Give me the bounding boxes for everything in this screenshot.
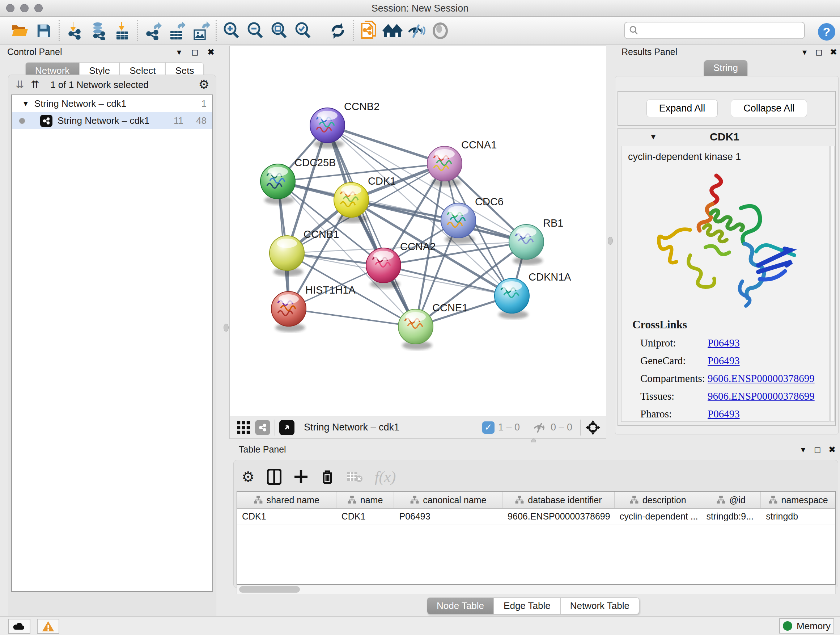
zoom-out-icon <box>246 21 265 40</box>
network-edge[interactable] <box>327 125 416 326</box>
network-collection-row[interactable]: ▼ String Network – cdk1 1 <box>12 95 212 112</box>
export-image-button[interactable] <box>189 20 213 42</box>
zoom-in-button[interactable] <box>219 20 243 42</box>
crosslink-link[interactable]: 9606.ENSP00000378699 <box>707 372 815 385</box>
column-header[interactable]: namespace <box>761 492 835 508</box>
selected-counts: 1 – 0 <box>498 422 520 433</box>
network-node-ccnb1[interactable]: CCNB1 <box>270 228 339 276</box>
import-network-database-button[interactable] <box>87 20 111 42</box>
memory-button[interactable]: Memory <box>779 618 834 633</box>
crosslink-link[interactable]: P06493 <box>707 337 740 349</box>
import-network-file-button[interactable] <box>63 20 87 42</box>
reset-zoom-crosshair-button[interactable] <box>585 420 601 435</box>
node-label: CDKN1A <box>529 271 571 283</box>
network-node-hist1h1a[interactable]: HIST1H1A <box>271 284 355 332</box>
automation-cloud-button[interactable] <box>8 619 30 634</box>
left-splitter-handle[interactable] <box>224 324 229 332</box>
zoom-selected-button[interactable] <box>291 20 315 42</box>
crosslink-link[interactable]: P06493 <box>707 355 740 367</box>
column-header[interactable]: @id <box>701 492 761 508</box>
delete-column-button[interactable] <box>321 469 334 485</box>
open-session-button[interactable] <box>8 20 32 42</box>
expand-all-button[interactable]: Expand All <box>646 100 718 117</box>
scrollbar-thumb[interactable] <box>239 586 300 593</box>
column-header[interactable]: canonical name <box>394 492 502 508</box>
hidden-items-icon[interactable] <box>532 421 547 434</box>
search-field[interactable] <box>624 22 805 39</box>
birds-eye-view-button[interactable] <box>279 420 294 435</box>
network-node-ccne1[interactable]: CCNE1 <box>398 302 468 350</box>
column-header[interactable]: name <box>336 492 394 508</box>
tab-node-table[interactable]: Node Table <box>427 597 494 614</box>
search-input[interactable] <box>639 25 795 36</box>
network-edge[interactable] <box>327 125 445 164</box>
network-view[interactable]: CCNB2CCNA1CDC25BCDK1CDC6RB1CCNB1CCNA2CDK… <box>229 46 606 439</box>
zoom-out-button[interactable] <box>243 20 267 42</box>
crosslinks-title: CrossLinks <box>632 318 829 331</box>
network-node-cdc6[interactable]: CDC6 <box>441 196 504 244</box>
network-canvas[interactable]: CCNB2CCNA1CDC25BCDK1CDC6RB1CCNB1CCNA2CDK… <box>230 46 606 416</box>
import-table-icon <box>113 21 132 40</box>
control-panel-float-button[interactable]: ◻ <box>191 47 199 57</box>
crosslink-link[interactable]: 9606.ENSP00000378699 <box>707 390 815 402</box>
tab-edge-table[interactable]: Edge Table <box>494 597 561 614</box>
toolbar-separator <box>58 20 60 41</box>
footer-separator <box>528 420 528 435</box>
results-panel-close-button[interactable]: ✖ <box>830 47 837 57</box>
node-label: RB1 <box>543 217 563 229</box>
entry-collapse-caret[interactable]: ▼ <box>649 132 657 141</box>
warnings-button[interactable] <box>37 619 59 634</box>
control-panel-menu-button[interactable]: ▾ <box>177 47 181 57</box>
network-row[interactable]: String Network – cdk1 11 48 <box>12 112 212 129</box>
tab-network-table[interactable]: Network Table <box>561 597 639 614</box>
node-label: CCNB1 <box>303 228 339 240</box>
cloud-icon <box>12 621 26 632</box>
show-columns-button[interactable] <box>267 469 281 485</box>
window-title: Session: New Session <box>0 3 840 14</box>
network-share-button[interactable] <box>255 420 270 435</box>
help-button[interactable]: ? <box>815 21 838 43</box>
crosslink-row: Pharos: P06493 <box>632 408 829 420</box>
export-network-button[interactable] <box>141 20 165 42</box>
home-networks-button[interactable] <box>381 20 404 42</box>
tree-expand-caret[interactable]: ▼ <box>22 100 29 108</box>
tab-string[interactable]: String <box>704 60 747 76</box>
string-document-icon <box>359 21 378 41</box>
table-horizontal-scrollbar[interactable] <box>237 585 836 594</box>
add-column-button[interactable] <box>294 470 308 484</box>
network-node-rb1[interactable]: RB1 <box>509 217 563 265</box>
grid-view-button[interactable] <box>236 420 251 435</box>
export-table-button[interactable] <box>165 20 189 42</box>
zoom-fit-button[interactable] <box>267 20 291 42</box>
column-header[interactable]: database identifier <box>502 492 615 508</box>
crosslink-link[interactable]: P06493 <box>707 408 740 420</box>
network-options-gear-button[interactable]: ⚙ <box>199 77 210 92</box>
table-row[interactable]: CDK1 CDK1 P06493 9606.ENSP00000378699 cy… <box>237 509 835 525</box>
table-panel-menu-button[interactable]: ▾ <box>801 445 805 455</box>
network-node-cdk1[interactable]: CDK1 <box>334 175 396 223</box>
crosslink-row: Uniprot: P06493 <box>632 337 829 349</box>
hide-unhide-button[interactable] <box>404 20 428 42</box>
column-header[interactable]: shared name <box>237 492 336 508</box>
save-session-button[interactable] <box>32 20 56 42</box>
network-node-cdkn1a[interactable]: CDKN1A <box>494 271 571 319</box>
selected-nodes-checkbox[interactable]: ✓ <box>482 421 494 434</box>
results-panel-menu-button[interactable]: ▾ <box>802 47 807 57</box>
node-label: HIST1H1A <box>305 284 355 296</box>
collapse-all-button[interactable]: Collapse All <box>731 100 807 117</box>
toggle-view-button[interactable] <box>428 20 452 42</box>
network-edge[interactable] <box>289 309 416 326</box>
table-panel-float-button[interactable]: ◻ <box>814 445 821 455</box>
column-header[interactable]: description <box>615 492 701 508</box>
right-splitter-handle[interactable] <box>608 237 613 245</box>
table-options-gear-button[interactable]: ⚙ <box>242 469 255 485</box>
results-scrollbar[interactable] <box>830 146 835 422</box>
table-panel-close-button[interactable]: ✖ <box>829 445 836 455</box>
refresh-button[interactable] <box>326 20 350 42</box>
table-tabs: Node Table Edge Table Network Table <box>427 597 639 614</box>
control-panel-close-button[interactable]: ✖ <box>207 47 215 57</box>
import-table-button[interactable] <box>111 20 134 42</box>
results-panel-float-button[interactable]: ◻ <box>815 47 823 57</box>
delete-table-button <box>347 470 363 483</box>
string-app-button[interactable] <box>357 20 381 42</box>
